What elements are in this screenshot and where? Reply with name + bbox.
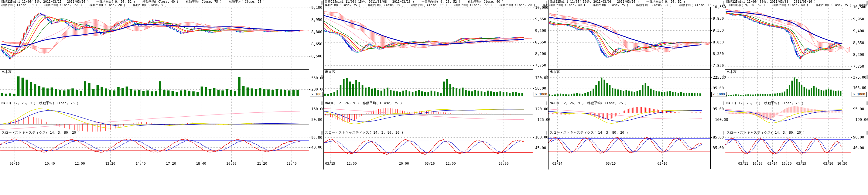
macd-ma-label: 移動平均( Close, 75 ) bbox=[363, 101, 402, 105]
time-tick-label: 12:00 bbox=[346, 162, 356, 166]
time-tick-label: 12:00 bbox=[75, 162, 85, 166]
macd-pane-label: MACD( 12, 26, 9 ) bbox=[2, 101, 36, 105]
price-tick-label: 8,650 bbox=[311, 42, 322, 46]
macd-ma-label: 移動平均( Close, 75 ) bbox=[587, 101, 627, 105]
time-tick-label: 03/14 bbox=[552, 162, 562, 166]
pane-resize-handle[interactable] bbox=[546, 75, 547, 79]
time-tick-label: 16:30 bbox=[752, 162, 762, 166]
price-tick-label: 8,350 bbox=[713, 52, 724, 56]
price-axis: 10,5009,9509,4008,8508,3007,750375.00165… bbox=[851, 0, 868, 169]
stochastics-pane-label: スロー・ストキャスティクス( 14, 3, 80, 20 ) bbox=[325, 131, 403, 135]
time-tick-label: 21:20 bbox=[257, 162, 267, 166]
panel-title: 日経225mini 11/06( 15分, 2011/03/08 - 2011/… bbox=[325, 0, 548, 3]
price-axis: 10,3509,8509,3508,8508,3507,850225.0095.… bbox=[710, 0, 725, 169]
time-tick-label: 14:40 bbox=[135, 162, 146, 166]
time-tick-label: 03/15 bbox=[325, 162, 335, 166]
pane-resize-handle[interactable] bbox=[723, 75, 724, 79]
time-tick-label: 17:20 bbox=[166, 162, 176, 166]
time-tick-label: 03/15 bbox=[606, 162, 616, 166]
pane-resize-handle[interactable] bbox=[723, 101, 724, 105]
price-tick-label: 8,800 bbox=[311, 30, 322, 34]
volume-scale-box: × 1000 bbox=[711, 92, 726, 97]
time-tick-label: 22:40 bbox=[286, 162, 297, 166]
volume-tick-label: 95.00 bbox=[713, 86, 724, 90]
volume-pane-label: 出来高 bbox=[550, 70, 560, 74]
time-tick-label: 03/14 bbox=[767, 162, 777, 166]
volume-tick-label: 200.00 bbox=[311, 88, 324, 91]
price-chart-canvas[interactable] bbox=[549, 0, 712, 169]
price-tick-label: 8,300 bbox=[853, 53, 864, 57]
panel-indicator-list: 一目均衡表( 9, 26, 52 ) 移動平均( Close, 40 ) 移動平… bbox=[726, 3, 868, 7]
time-tick-label: 03/16 bbox=[823, 162, 833, 166]
price-tick-label: 9,850 bbox=[713, 17, 724, 20]
time-tick-label: 16:30 bbox=[837, 162, 847, 166]
stoch-tick-label: 100.00 bbox=[535, 135, 548, 139]
stoch-tick-label: 35.00 bbox=[713, 146, 724, 150]
volume-tick-label: 165.00 bbox=[853, 86, 866, 90]
time-tick-label: 03/16 bbox=[657, 162, 667, 166]
panel-indicator-list: 移動平均( Close, 40 ) 移動平均( Close, 75 ) 移動平均… bbox=[550, 3, 725, 7]
macd-tick-label: 160.00 bbox=[311, 107, 324, 111]
volume-pane-label: 出来高 bbox=[325, 70, 335, 74]
panel-indicator-list: 移動平均( Close, 75 ) 移動平均( Close, 25 ) 移動平均… bbox=[325, 3, 548, 7]
stoch-tick-label: 40.00 bbox=[311, 145, 322, 149]
price-tick-label: 9,550 bbox=[535, 17, 546, 21]
price-tick-label: 9,100 bbox=[535, 29, 546, 32]
pane-resize-handle[interactable] bbox=[321, 131, 322, 135]
time-tick-label: 16:30 bbox=[781, 162, 792, 166]
stochastics-pane-label: スロー・ストキャスティクス( 14, 3, 80, 20 ) bbox=[550, 131, 628, 135]
stoch-tick-label: 40.00 bbox=[853, 146, 864, 150]
price-tick-label: 9,350 bbox=[713, 29, 724, 32]
price-chart-canvas[interactable] bbox=[324, 0, 534, 169]
panel-indicator-list: 移動平均( Close, 10 ) 移動平均( Close, 150 ) 移動平… bbox=[1, 3, 323, 7]
price-tick-label: 8,850 bbox=[853, 41, 864, 45]
price-tick-label: 8,850 bbox=[713, 40, 724, 44]
stoch-tick-label: 45.00 bbox=[535, 146, 546, 150]
pane-resize-handle[interactable] bbox=[546, 101, 547, 105]
stoch-tick-label: 90.00 bbox=[853, 135, 864, 139]
stochastics-pane-label: スロー・ストキャスティクス( 14, 3, 80, 20 ) bbox=[2, 131, 80, 135]
time-tick-label: 20:00 bbox=[226, 162, 236, 166]
volume-scale-box: × 100 bbox=[310, 92, 323, 97]
price-chart-canvas[interactable] bbox=[0, 0, 311, 169]
chart-panel-3: 日経225mini 11/06( 30分, 2011/03/08 - 2011/… bbox=[548, 0, 725, 169]
time-tick-label: 18:40 bbox=[196, 162, 206, 166]
volume-pane-label: 出来高 bbox=[726, 70, 737, 74]
pane-resize-handle[interactable] bbox=[321, 101, 322, 105]
macd-ma-label: 移動平均( Close, 75 ) bbox=[764, 101, 804, 105]
price-tick-label: 9,400 bbox=[853, 29, 864, 33]
pane-resize-handle[interactable] bbox=[866, 131, 868, 135]
time-tick-label: 20:00 bbox=[399, 162, 409, 166]
price-tick-label: 7,850 bbox=[713, 64, 724, 67]
stoch-tick-label: 85.00 bbox=[713, 135, 724, 139]
macd-tick-label: 95.00 bbox=[853, 107, 864, 111]
price-axis: 9,1008,9508,8008,6508,500550.00200.00160… bbox=[309, 0, 323, 169]
price-tick-label: 8,200 bbox=[535, 52, 546, 56]
pane-resize-handle[interactable] bbox=[866, 101, 868, 105]
price-tick-label: 8,950 bbox=[311, 18, 322, 22]
panel-title: 日経225mini 11/06( 5分, 2011/03/11 - 2011/0… bbox=[1, 0, 323, 3]
time-tick-label: 03/16 bbox=[9, 162, 20, 166]
pane-resize-handle[interactable] bbox=[321, 75, 322, 79]
time-tick-label: 10:40 bbox=[44, 162, 55, 166]
volume-pane-label: 出来高 bbox=[2, 70, 11, 74]
price-tick-label: 7,750 bbox=[535, 63, 546, 67]
macd-pane-label: MACD( 12, 26, 9 ) bbox=[550, 101, 584, 105]
stochastics-pane-label: スロー・ストキャスティクス( 14, 3, 80, 20 ) bbox=[726, 131, 805, 135]
volume-scale-box: × 1000 bbox=[534, 92, 549, 97]
time-tick-label: 03/16 bbox=[425, 162, 435, 166]
price-axis: 10,0009,5509,1008,6508,2007,750120.0050.… bbox=[533, 0, 548, 169]
price-chart-canvas[interactable] bbox=[725, 0, 852, 169]
time-tick-label: 20:00 bbox=[498, 162, 508, 166]
pane-resize-handle[interactable] bbox=[866, 75, 868, 79]
chart-panel-4: 日経225mini 11/06( 60分, 2011/03/08 - 2011/… bbox=[725, 0, 868, 169]
stoch-tick-label: 95.00 bbox=[311, 136, 322, 139]
macd-pane-label: MACD( 12, 26, 9 ) bbox=[726, 101, 761, 105]
macd-tick-label: 50.00 bbox=[311, 118, 322, 122]
pane-resize-handle[interactable] bbox=[723, 131, 724, 135]
time-tick-label: 03/11 bbox=[738, 162, 748, 166]
macd-tick-label: 95.00 bbox=[713, 107, 724, 111]
pane-resize-handle[interactable] bbox=[546, 131, 547, 135]
time-tick-label: 12:00 bbox=[445, 162, 456, 166]
macd-tick-label: -160.00 bbox=[713, 118, 728, 122]
